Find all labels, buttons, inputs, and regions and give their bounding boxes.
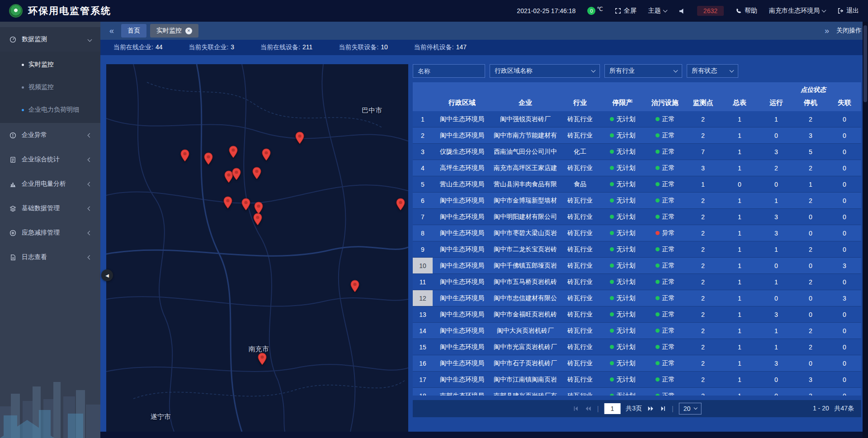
table-row[interactable]: 7阆中生态环境局阆中明阳建材有限公司砖瓦行业无计划正常21300 [413,209,861,225]
stop-plan-cell: 无计划 [601,388,644,396]
table-row[interactable]: 1阆中生态环境局阆中强锐页岩砖厂砖瓦行业无计划正常21120 [413,111,861,127]
map-pin[interactable] [241,198,250,211]
table-row[interactable]: 6阆中生态环境局阆中市金博瑞新型墙材砖瓦行业无计划正常21120 [413,193,861,209]
tabs-scroll-left-icon[interactable]: « [107,27,117,35]
table-row[interactable]: 2阆中生态环境局阆中市南方节能建材有砖瓦行业无计划正常21030 [413,127,861,144]
table-row[interactable]: 5营山生态环境局营山县润丰肉食品有限食品无计划正常10010 [413,176,861,193]
map-pin[interactable] [232,168,241,180]
region-filter-select[interactable]: 行政区域名称 [490,64,600,78]
map-pin[interactable] [350,280,359,292]
sidebar-item[interactable]: 企业综合统计 [0,147,100,172]
industry-filter-select[interactable]: 所有行业 [604,64,682,78]
map-pin[interactable] [396,198,405,211]
map-pin[interactable] [223,196,232,209]
status-dot-green-icon [610,264,614,268]
table-row[interactable]: 9阆中生态环境局阆中市二龙长宝页岩砖砖瓦行业无计划正常21120 [413,241,861,258]
table-row[interactable]: 4高坪生态环境局南充市高坪区王家店建砖瓦行业无计划正常31220 [413,160,861,176]
map-pin[interactable] [204,152,213,165]
temperature-badge: 0 [587,7,595,15]
table-row[interactable]: 8阆中生态环境局阆中市枣碧大梁山页岩砖瓦行业无计划异常21300 [413,225,861,241]
tabs-scroll-right-icon[interactable]: » [822,27,832,35]
industry-cell: 砖瓦行业 [559,209,601,225]
sidebar-subitem[interactable]: 企业电力负荷明细 [0,99,100,121]
next-page-button[interactable] [647,406,655,411]
tab-首页[interactable]: 首页 [121,24,146,38]
map-pin[interactable] [180,149,189,162]
last-page-button[interactable] [660,406,666,411]
tab-实时监控[interactable]: 实时监控✕ [150,24,198,38]
map-pin[interactable] [258,353,267,365]
stopped-cell: 2 [793,274,828,290]
lost-cell: 0 [828,306,861,322]
help-button[interactable]: 帮助 [736,7,757,15]
table-row[interactable]: 13阆中生态环境局阆中市金福旺页岩机砖砖瓦行业无计划正常21300 [413,306,861,323]
stopped-cell: 0 [793,258,828,273]
sidebar-item[interactable]: 数据监测 [0,27,100,52]
sidebar-collapse-handle[interactable]: ◀ [101,269,113,281]
name-filter-input[interactable] [413,64,485,78]
map-pin[interactable] [252,167,261,179]
map-pin[interactable] [262,148,271,161]
stopped-cell: 3 [793,372,828,387]
total-cell: 1 [720,209,759,225]
stop-plan-cell: 无计划 [601,323,644,339]
chart-icon [9,181,16,188]
status-dot-green-icon [610,117,614,121]
status-dot-green-icon [656,215,660,219]
map-pin[interactable] [229,146,238,158]
sidebar-item[interactable]: 企业用电量分析 [0,172,100,196]
run-cell: 0 [759,372,793,387]
industry-cell: 砖瓦行业 [559,241,601,257]
sidebar-item[interactable]: 应急减排管理 [0,221,100,245]
lost-cell: 0 [828,160,861,176]
table-row[interactable]: 11阆中生态环境局阆中市五马桥页岩机砖砖瓦行业无计划正常21120 [413,274,861,290]
logout-button[interactable]: 退出 [837,7,859,15]
tab-close-icon[interactable]: ✕ [185,28,192,34]
table-row[interactable]: 10阆中生态环境局阆中千佛镇五郎垭页岩砖瓦行业无计划正常21003 [413,258,861,274]
sidebar-item[interactable]: 日志查看 [0,245,100,269]
map-pin[interactable] [253,213,262,226]
gauge-icon [9,36,16,43]
table-row[interactable]: 18南部生态环境局南部县建兴页岩砖厂有砖瓦行业无计划正常21030 [413,388,861,396]
table-header: 点位状态 行政区域 企业 行业 停限产 治污设施 监测点 总表 [413,82,861,111]
lost-cell: 0 [828,274,861,290]
vertical-scrollbar[interactable] [863,22,868,438]
table-row[interactable]: 17阆中生态环境局阆中市江南镇阆南页岩砖瓦行业无计划正常21030 [413,372,861,388]
table-row[interactable]: 12阆中生态环境局阆中市忠信建材有限公砖瓦行业无计划正常21003 [413,290,861,306]
first-page-button[interactable] [573,406,579,411]
total-cell: 1 [720,258,759,273]
scrollbar-thumb[interactable] [863,25,867,102]
status-dot-red-icon [656,231,660,235]
table-row[interactable]: 14阆中生态环境局阆中大兴页岩机砖厂砖瓦行业无计划正常21120 [413,323,861,339]
table-row[interactable]: 16阆中生态环境局阆中市石子页岩机砖厂砖瓦行业无计划正常21300 [413,355,861,372]
map-pin[interactable] [295,132,304,144]
row-seq: 16 [413,355,433,371]
page-number-input[interactable] [604,403,620,414]
fullscreen-button[interactable]: 全屏 [615,7,637,15]
bullet-icon [22,64,24,66]
sidebar-subitem[interactable]: 实时监控 [0,53,100,76]
map-pin[interactable] [254,202,263,214]
monitor-cell: 2 [686,323,720,339]
fullscreen-icon [615,8,621,14]
table-row[interactable]: 3仪陇生态环境局西南油气田分公司川中化工无计划正常71350 [413,144,861,160]
org-dropdown[interactable]: 南充市生态环境局 [769,7,826,15]
sidebar-item[interactable]: 企业异常 [0,123,100,147]
page-size-select[interactable]: 20 [679,403,702,414]
company-cell: 西南油气田分公司川中 [491,144,559,160]
sidebar-item[interactable]: 基础数据管理 [0,196,100,221]
speaker-button[interactable] [679,8,685,14]
table-row[interactable]: 15阆中生态环境局阆中市光富页岩机砖厂砖瓦行业无计划正常21120 [413,339,861,355]
map-panel[interactable]: 巴中市南充市遂宁市 [106,64,408,432]
stopped-cell: 2 [793,241,828,257]
prev-page-button[interactable] [585,406,592,411]
status-dot-green-icon [656,312,660,316]
theme-dropdown[interactable]: 主题 [648,7,667,15]
alert-count-badge[interactable]: 2632 [697,6,724,16]
row-seq: 2 [413,127,433,143]
status-filter-select[interactable]: 所有状态 [687,64,738,78]
sidebar-subitem[interactable]: 视频监控 [0,76,100,99]
close-operations-button[interactable]: 关闭操作 [836,27,862,35]
col-industry: 行业 [559,99,601,107]
status-dot-green-icon [656,117,660,121]
